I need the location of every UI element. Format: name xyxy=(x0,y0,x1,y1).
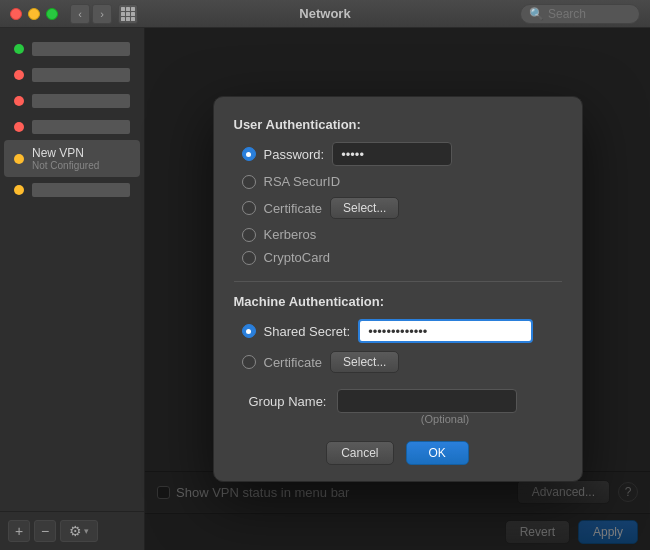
radio-password-label: Password: xyxy=(264,147,325,162)
radio-kerberos-label: Kerberos xyxy=(264,227,317,242)
sidebar-item-vpn[interactable]: New VPN Not Configured xyxy=(4,140,140,177)
radio-certificate[interactable] xyxy=(242,201,256,215)
search-icon: 🔍 xyxy=(529,7,544,21)
status-dot-red-2 xyxy=(14,96,24,106)
cancel-button[interactable]: Cancel xyxy=(326,441,393,465)
radio-cert-machine[interactable] xyxy=(242,355,256,369)
maximize-button[interactable] xyxy=(46,8,58,20)
window-title: Network xyxy=(299,6,350,21)
sidebar-item-sub-vpn: Not Configured xyxy=(32,160,130,171)
radio-shared-secret[interactable] xyxy=(242,324,256,338)
radio-row-password[interactable]: Password: xyxy=(242,142,562,166)
radio-kerberos[interactable] xyxy=(242,228,256,242)
forward-button[interactable]: › xyxy=(92,4,112,24)
status-dot-green xyxy=(14,44,24,54)
radio-rsa-label: RSA SecurID xyxy=(264,174,341,189)
password-input[interactable] xyxy=(332,142,452,166)
radio-crypto[interactable] xyxy=(242,251,256,265)
radio-cert-label: Certificate xyxy=(264,201,323,216)
status-dot-yellow-2 xyxy=(14,185,24,195)
radio-row-certificate[interactable]: Certificate Select... xyxy=(242,197,562,219)
status-dot-red-3 xyxy=(14,122,24,132)
radio-row-crypto[interactable]: CryptoCard xyxy=(242,250,562,265)
gear-menu-button[interactable]: ⚙ ▾ xyxy=(60,520,98,542)
content-area: Show VPN status in menu bar Advanced... … xyxy=(145,28,650,550)
sidebar-item-6[interactable]: ████ xyxy=(4,177,140,203)
sidebar-item-name-2: ████████ xyxy=(32,68,130,82)
radio-row-kerberos[interactable]: Kerberos xyxy=(242,227,562,242)
sidebar-item-name-4: ████████ xyxy=(32,120,130,134)
user-auth-label: User Authentication: xyxy=(234,117,562,132)
status-dot-yellow-1 xyxy=(14,154,24,164)
ok-button[interactable]: OK xyxy=(406,441,469,465)
select-cert-button[interactable]: Select... xyxy=(330,197,399,219)
select-cert-machine-button[interactable]: Select... xyxy=(330,351,399,373)
divider xyxy=(234,281,562,282)
minimize-button[interactable] xyxy=(28,8,40,20)
sidebar-item-name-3: ████████ xyxy=(32,94,130,108)
status-dot-red-1 xyxy=(14,70,24,80)
radio-row-cert-machine[interactable]: Certificate Select... xyxy=(242,351,562,373)
titlebar: ‹ › Network 🔍 xyxy=(0,0,650,28)
sidebar-item-name-1: ████████ xyxy=(32,42,130,56)
modal-overlay: User Authentication: Password: RSA Secur… xyxy=(145,28,650,550)
vpn-auth-modal: User Authentication: Password: RSA Secur… xyxy=(213,96,583,482)
radio-cert-machine-label: Certificate xyxy=(264,355,323,370)
close-button[interactable] xyxy=(10,8,22,20)
search-input[interactable] xyxy=(548,7,631,21)
sidebar-item-2[interactable]: ████████ xyxy=(4,62,140,88)
radio-rsa[interactable] xyxy=(242,175,256,189)
main-content: ████████ ████████ ████████ ████████ New … xyxy=(0,28,650,550)
group-name-row: Group Name: xyxy=(242,389,562,413)
optional-hint: (Optional) xyxy=(329,413,562,425)
sidebar-item-4[interactable]: ████████ xyxy=(4,114,140,140)
sidebar-item-name-6: ████ xyxy=(32,183,130,197)
group-name-label: Group Name: xyxy=(242,394,327,409)
shared-secret-input[interactable] xyxy=(358,319,533,343)
radio-row-rsa[interactable]: RSA SecurID xyxy=(242,174,562,189)
grid-view-button[interactable] xyxy=(118,4,138,24)
back-button[interactable]: ‹ xyxy=(70,4,90,24)
modal-buttons: Cancel OK xyxy=(234,441,562,465)
radio-crypto-label: CryptoCard xyxy=(264,250,330,265)
gear-chevron-icon: ▾ xyxy=(84,526,89,536)
sidebar-item-name-vpn: New VPN xyxy=(32,146,130,160)
sidebar-toolbar: + − ⚙ ▾ xyxy=(0,511,144,550)
radio-shared-label: Shared Secret: xyxy=(264,324,351,339)
radio-row-shared-secret[interactable]: Shared Secret: xyxy=(242,319,562,343)
group-name-input[interactable] xyxy=(337,389,517,413)
gear-icon: ⚙ xyxy=(69,523,82,539)
nav-buttons: ‹ › xyxy=(70,4,112,24)
user-auth-radio-group: Password: RSA SecurID Certificate Select… xyxy=(242,142,562,265)
sidebar-item-1[interactable]: ████████ xyxy=(4,36,140,62)
radio-password[interactable] xyxy=(242,147,256,161)
sidebar: ████████ ████████ ████████ ████████ New … xyxy=(0,28,145,550)
traffic-lights xyxy=(10,8,58,20)
machine-auth-label: Machine Authentication: xyxy=(234,294,562,309)
machine-auth-radio-group: Shared Secret: Certificate Select... xyxy=(242,319,562,373)
remove-network-button[interactable]: − xyxy=(34,520,56,542)
search-box[interactable]: 🔍 xyxy=(520,4,640,24)
add-network-button[interactable]: + xyxy=(8,520,30,542)
grid-icon xyxy=(121,7,135,21)
sidebar-item-3[interactable]: ████████ xyxy=(4,88,140,114)
